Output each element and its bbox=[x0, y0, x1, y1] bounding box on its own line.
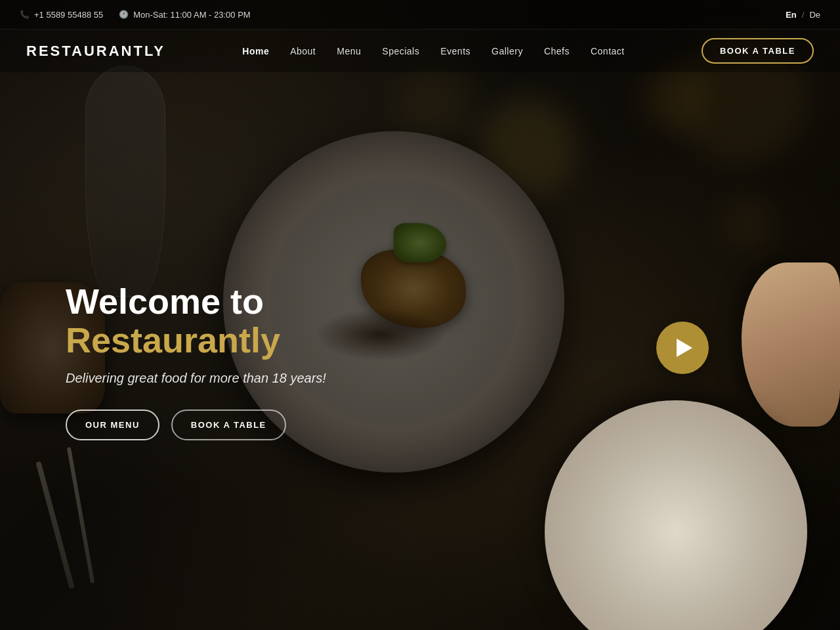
site-logo: RESTAURANTLY bbox=[26, 43, 165, 60]
top-bar-left: 📞 +1 5589 55488 55 🕐 Mon-Sat: 11:00 AM -… bbox=[20, 10, 251, 20]
language-switcher: En / De bbox=[786, 10, 820, 20]
lang-divider: / bbox=[802, 10, 805, 20]
nav-about[interactable]: About bbox=[290, 46, 316, 56]
hero-title: Welcome to Restaurantly bbox=[66, 282, 459, 360]
hero-buttons: OUR MENU BOOK A TABLE bbox=[66, 410, 459, 440]
phone-icon: 📞 bbox=[20, 10, 30, 19]
hours-text: Mon-Sat: 11:00 AM - 23:00 PM bbox=[133, 10, 250, 20]
lang-de-button[interactable]: De bbox=[809, 10, 820, 20]
hero-title-prefix: Welcome to bbox=[66, 282, 264, 321]
play-icon bbox=[677, 339, 692, 357]
lang-en-button[interactable]: En bbox=[786, 10, 797, 20]
nav-specials[interactable]: Specials bbox=[382, 46, 419, 56]
hero-title-highlight: Restaurantly bbox=[66, 320, 280, 360]
navbar: RESTAURANTLY Home About Menu Specials Ev… bbox=[0, 30, 840, 72]
top-bar: 📞 +1 5589 55488 55 🕐 Mon-Sat: 11:00 AM -… bbox=[0, 0, 840, 30]
hero-content: Welcome to Restaurantly Delivering great… bbox=[66, 282, 459, 440]
hero-subtitle: Delivering great food for more than 18 y… bbox=[66, 371, 459, 386]
nav-book-table-button[interactable]: BOOK A TABLE bbox=[702, 38, 814, 64]
nav-chefs[interactable]: Chefs bbox=[544, 46, 570, 56]
phone-info: 📞 +1 5589 55488 55 bbox=[20, 10, 103, 20]
book-table-hero-button[interactable]: BOOK A TABLE bbox=[171, 410, 286, 440]
nav-contact[interactable]: Contact bbox=[591, 46, 625, 56]
nav-events[interactable]: Events bbox=[440, 46, 471, 56]
nav-gallery[interactable]: Gallery bbox=[492, 46, 523, 56]
clock-icon: 🕐 bbox=[119, 10, 129, 19]
nav-home[interactable]: Home bbox=[242, 46, 269, 56]
our-menu-button[interactable]: OUR MENU bbox=[66, 410, 159, 440]
nav-menu[interactable]: Menu bbox=[337, 46, 361, 56]
phone-number: +1 5589 55488 55 bbox=[34, 10, 103, 20]
nav-links: Home About Menu Specials Events Gallery … bbox=[242, 45, 624, 57]
hours-info: 🕐 Mon-Sat: 11:00 AM - 23:00 PM bbox=[119, 10, 250, 20]
play-video-button[interactable] bbox=[656, 322, 709, 374]
